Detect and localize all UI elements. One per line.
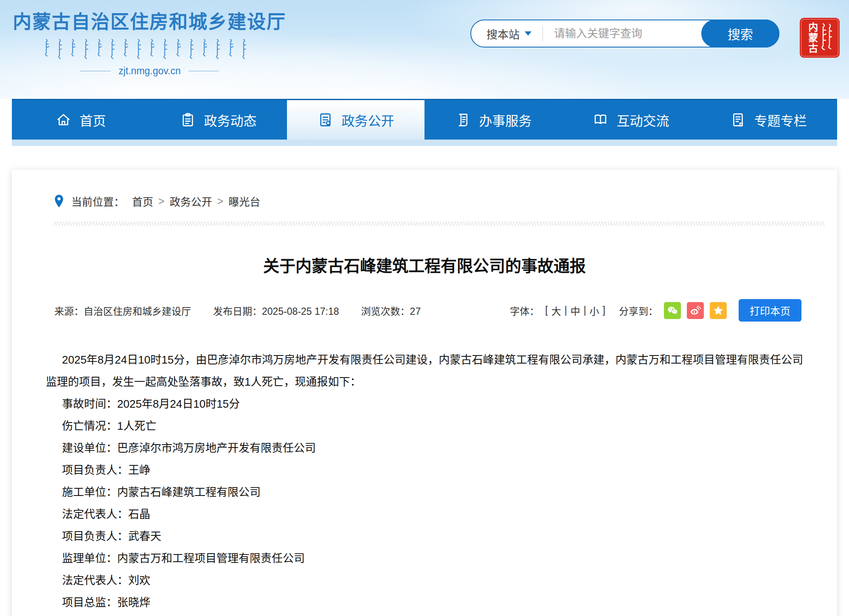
article-meta-right: 字体： [ 大 | 中 | 小 ] 分享到： <box>510 299 801 322</box>
nav-item-news[interactable]: 政务动态 <box>149 100 287 140</box>
share-label: 分享到： <box>619 303 658 318</box>
chevron-down-icon <box>525 31 531 36</box>
font-bracket-open: [ <box>545 305 548 316</box>
seal-mongolian-script <box>820 22 833 53</box>
inner-mongolia-seal-icon: 内蒙古 <box>800 18 840 58</box>
breadcrumb-separator: > <box>158 195 165 207</box>
meta-date-label: 发布日期： <box>213 306 262 317</box>
nav-item-home[interactable]: 首页 <box>12 100 149 140</box>
site-url-row: zjt.nmg.gov.cn <box>80 65 219 77</box>
breadcrumb-label: 当前位置： <box>71 193 124 209</box>
font-bracket-close: ] <box>603 305 605 316</box>
page-title: 关于内蒙古石峰建筑工程有限公司的事故通报 <box>12 253 837 276</box>
nav-item-label: 互动交流 <box>617 110 669 129</box>
content-card: 当前位置： 首页 > 政务公开 > 曝光台 关于内蒙古石峰建筑工程有限公司的事故… <box>12 170 837 616</box>
url-line-right <box>188 71 219 71</box>
article-paragraph: 施工单位：内蒙古石峰建筑工程有限公司 <box>46 481 803 503</box>
article-meta-left: 来源：自治区住房和城乡建设厅 发布日期：2025-08-25 17:18 浏览次… <box>54 303 421 318</box>
nav-item-label: 首页 <box>80 110 106 129</box>
search-input[interactable] <box>554 27 694 40</box>
nav-bottom-strip <box>12 140 837 146</box>
article-paragraph: 监理单位：内蒙古万和工程项目管理有限责任公司 <box>46 547 803 569</box>
meta-source-value: 自治区住房和城乡建设厅 <box>84 306 191 317</box>
breadcrumb: 当前位置： 首页 > 政务公开 > 曝光台 <box>53 193 837 209</box>
article-paragraph: 伤亡情况：1人死亡 <box>46 415 803 437</box>
article-paragraph: 法定代表人：石晶 <box>46 503 803 525</box>
share-qzone-button[interactable] <box>710 302 727 319</box>
site-logo: 内蒙古自治区住房和城乡建设厅 zjt.nmg.gov.cn <box>13 7 287 77</box>
article-paragraph: 建设单位：巴彦淖尔市鸿万房地产开发有限责任公司 <box>46 437 803 459</box>
search-divider <box>543 26 543 41</box>
open-book-icon <box>593 112 608 128</box>
meta-date-value: 2025-08-25 17:18 <box>262 306 339 317</box>
meta-date: 发布日期：2025-08-25 17:18 <box>213 303 339 318</box>
search-button[interactable]: 搜索 <box>701 20 779 48</box>
main-nav: 首页 政务动态 政务公开 办事服务 互动交流 专题专栏 <box>12 99 837 140</box>
nav-item-label: 办事服务 <box>479 110 532 129</box>
nav-item-interaction[interactable]: 互动交流 <box>562 100 700 140</box>
font-size-label: 字体： <box>510 303 539 318</box>
article-paragraph: 项目总监：张晓烨 <box>46 591 803 613</box>
search-scope-dropdown[interactable]: 搜本站 <box>486 26 531 42</box>
meta-views-value: 27 <box>410 306 421 317</box>
site-header: 内蒙古自治区住房和城乡建设厅 zjt.nmg.gov.cn 搜本站 搜索 <box>0 0 849 99</box>
nav-item-special-topics[interactable]: 专题专栏 <box>700 100 837 140</box>
nav-item-services[interactable]: 办事服务 <box>424 100 562 140</box>
font-size-small[interactable]: 小 <box>590 303 599 318</box>
meta-source-label: 来源： <box>54 306 84 317</box>
font-size-separator: | <box>584 305 586 316</box>
site-url: zjt.nmg.gov.cn <box>118 65 181 77</box>
qzone-star-icon <box>712 305 724 316</box>
nav-item-label: 政务公开 <box>342 110 394 129</box>
article-meta-row: 来源：自治区住房和城乡建设厅 发布日期：2025-08-25 17:18 浏览次… <box>54 299 801 322</box>
breadcrumb-item-home[interactable]: 首页 <box>132 193 153 209</box>
nav-item-disclosure[interactable]: 政务公开 <box>287 100 424 140</box>
meta-views: 浏览次数：27 <box>361 303 421 318</box>
scroll-icon <box>455 112 471 128</box>
doc-badge-icon <box>318 112 333 128</box>
site-title: 内蒙古自治区住房和城乡建设厅 <box>13 7 286 34</box>
doc-column-icon <box>730 112 746 128</box>
article-paragraph: 项目负责人：王峥 <box>46 459 803 481</box>
location-pin-icon <box>53 194 65 208</box>
font-size-widget: [ 大 | 中 | 小 ] <box>545 303 605 318</box>
meta-views-label: 浏览次数： <box>361 306 410 317</box>
print-page-button[interactable]: 打印本页 <box>739 299 801 322</box>
article-paragraph: 事故时间：2025年8月24日10时15分 <box>46 393 803 415</box>
search-pill: 搜本站 搜索 <box>470 20 779 48</box>
nav-item-label: 专题专栏 <box>754 110 807 129</box>
clipboard-icon <box>180 112 196 128</box>
share-wechat-button[interactable] <box>664 302 681 319</box>
search-scope-label: 搜本站 <box>486 26 520 42</box>
article-paragraph: 2025年8月24日10时15分，由巴彦淖尔市鸿万房地产开发有限责任公司建设，内… <box>46 349 803 393</box>
share-weibo-button[interactable] <box>687 302 704 319</box>
article-paragraph: 法定代表人：刘欢 <box>46 569 803 591</box>
meta-source: 来源：自治区住房和城乡建设厅 <box>54 303 191 318</box>
font-size-separator: | <box>565 305 567 316</box>
article-body: 2025年8月24日10时15分，由巴彦淖尔市鸿万房地产开发有限责任公司建设，内… <box>46 349 803 613</box>
mongolian-script-decoration <box>44 39 256 59</box>
breadcrumb-item-exposure[interactable]: 曝光台 <box>228 193 260 209</box>
font-size-medium[interactable]: 中 <box>571 303 580 318</box>
nav-item-label: 政务动态 <box>204 110 257 129</box>
search-bar: 搜本站 搜索 <box>470 20 779 48</box>
weibo-icon <box>689 305 701 316</box>
url-line-left <box>80 71 111 71</box>
wechat-icon <box>666 305 678 316</box>
breadcrumb-item-disclosure[interactable]: 政务公开 <box>170 193 212 209</box>
seal-text: 内蒙古 <box>807 22 817 54</box>
article-paragraph: 项目负责人：武春天 <box>46 525 803 547</box>
font-size-large[interactable]: 大 <box>551 303 561 318</box>
hatched-divider <box>53 221 824 226</box>
breadcrumb-separator: > <box>217 195 224 207</box>
home-icon <box>56 112 71 128</box>
